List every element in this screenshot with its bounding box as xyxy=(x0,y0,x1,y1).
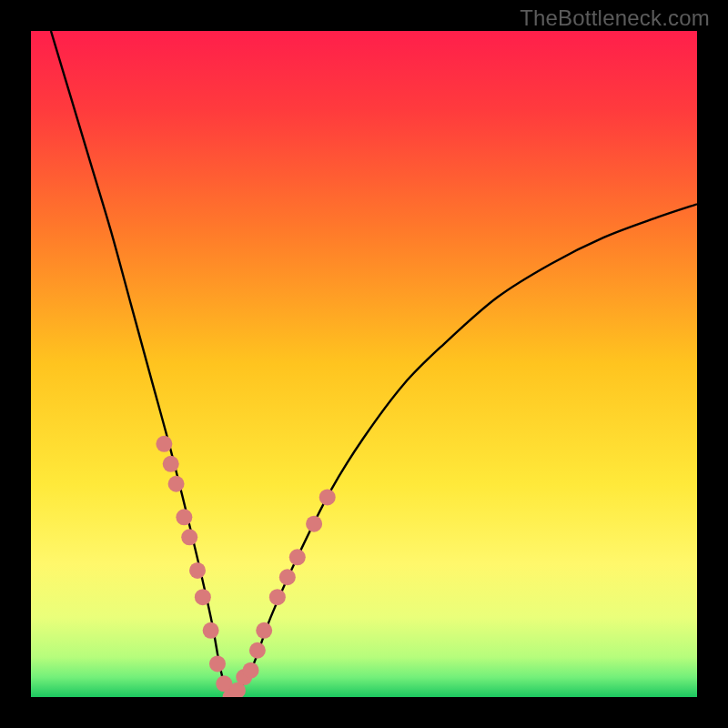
chart-svg xyxy=(31,31,697,697)
gradient-background xyxy=(31,31,697,697)
marker-dot xyxy=(249,642,266,659)
marker-dot xyxy=(243,662,259,679)
marker-dot xyxy=(319,489,336,505)
marker-dot xyxy=(189,562,206,579)
marker-dot xyxy=(181,529,197,545)
marker-dot xyxy=(269,589,286,605)
marker-dot xyxy=(195,589,211,605)
marker-dot xyxy=(306,516,322,532)
marker-dot xyxy=(156,436,172,452)
marker-dot xyxy=(209,655,226,672)
marker-dot xyxy=(163,456,179,472)
marker-dot xyxy=(176,509,192,525)
plot-area xyxy=(31,31,697,697)
watermark-text: TheBottleneck.com xyxy=(520,5,710,31)
chart-frame: TheBottleneck.com xyxy=(0,0,728,728)
marker-dot xyxy=(168,476,185,492)
marker-dot xyxy=(289,549,306,565)
marker-dot xyxy=(256,622,272,639)
marker-dot xyxy=(279,569,296,585)
marker-dot xyxy=(203,622,219,639)
